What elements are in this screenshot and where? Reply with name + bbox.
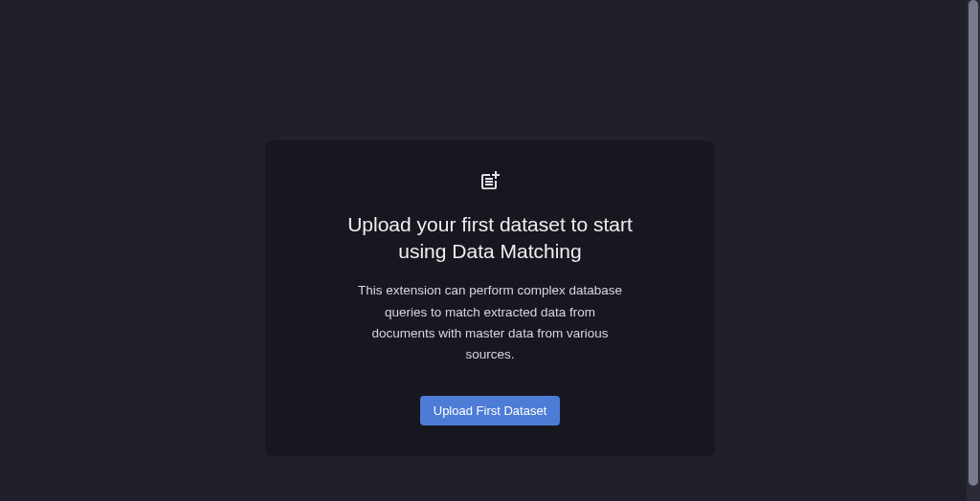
empty-state-description: This extension can perform complex datab…	[356, 280, 624, 365]
main-content: Upload your first dataset to start using…	[0, 0, 980, 501]
post-add-icon	[479, 169, 501, 196]
scrollbar-thumb[interactable]	[969, 0, 978, 486]
empty-state-card: Upload your first dataset to start using…	[265, 141, 715, 457]
upload-first-dataset-button[interactable]: Upload First Dataset	[420, 396, 561, 425]
empty-state-heading: Upload your first dataset to start using…	[342, 211, 638, 266]
